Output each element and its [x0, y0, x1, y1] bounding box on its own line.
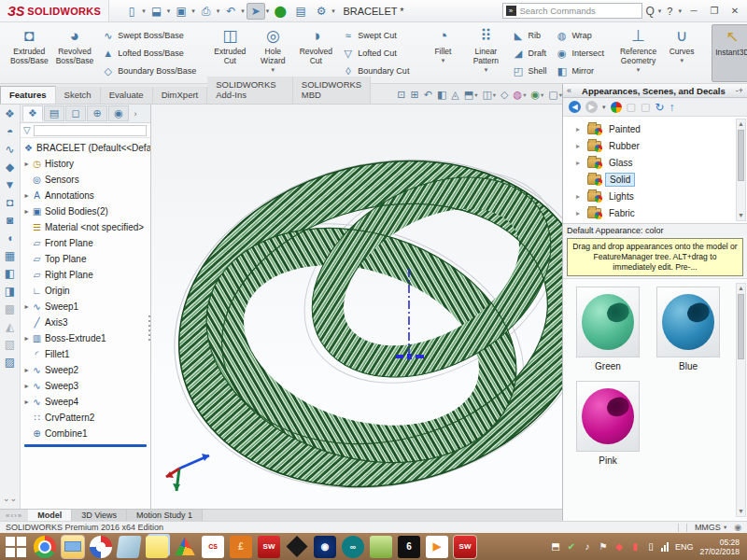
scroll-up-icon[interactable]: ▲ [737, 284, 745, 293]
toolbar-icon[interactable]: ◙ [7, 215, 13, 226]
network-tray-icon[interactable]: ⬒ [550, 541, 561, 552]
hole-wizard-button[interactable]: ◎ Hole Wizard ▾ [252, 24, 293, 82]
tree-item-top-plane[interactable]: ▱Top Plane [21, 251, 150, 267]
tab-dimxpert[interactable]: DimXpert [153, 87, 208, 104]
toolbar-overflow-chevron[interactable]: ⌄⌄ [3, 494, 17, 503]
section-view-icon[interactable]: ◧ [437, 89, 446, 101]
tree-item-sweep2[interactable]: ▸∿Sweep2 [21, 362, 150, 378]
clock[interactable]: 05:28 27/02/2018 [699, 538, 743, 556]
tray-app-icon[interactable]: ◆ [613, 541, 625, 552]
history-dropdown-icon[interactable]: ▾ [602, 104, 606, 111]
dynamic-annotation-icon[interactable]: ◬ [451, 89, 458, 101]
close-button[interactable]: ✕ [726, 4, 743, 19]
arduino-icon[interactable]: ∞ [342, 536, 364, 558]
toolbar-icon[interactable]: ◓ [7, 126, 13, 137]
expand-arrow-icon[interactable]: ▸ [576, 209, 584, 217]
swept-boss-base-button[interactable]: ∿ Swept Boss/Base [100, 28, 198, 43]
tree-item-sweep3[interactable]: ▸∿Sweep3 [21, 378, 150, 394]
volume-icon[interactable]: ♪ [582, 541, 593, 552]
chevron-down-icon[interactable]: ▾ [637, 66, 641, 74]
toolbar-icon[interactable]: ▩ [5, 303, 15, 315]
file-explorer-icon[interactable] [62, 536, 84, 558]
tree-item-origin[interactable]: ∟Origin [21, 283, 150, 299]
rhino6-icon[interactable]: 6 [398, 536, 420, 558]
tree-item-front-plane[interactable]: ▱Front Plane [21, 235, 150, 251]
lofted-cut-button[interactable]: ▽ Lofted Cut [340, 46, 411, 61]
appearance-category-rubber[interactable]: ▸Rubber [576, 137, 747, 154]
appearance-category-lights[interactable]: ▸Lights [576, 188, 747, 204]
chart-app-icon[interactable] [370, 536, 392, 558]
tree-item-axis3[interactable]: ╱Axis3 [21, 315, 150, 330]
toolbar-icon[interactable]: ◘ [7, 197, 13, 208]
rib-button[interactable]: ◣ Rib [510, 28, 548, 43]
print-button[interactable]: ⎙ [197, 3, 216, 20]
tree-item-root[interactable]: ❖ BRACELET (Default<<Default>_Display S [21, 140, 150, 156]
swept-cut-button[interactable]: ≈ Swept Cut [340, 28, 411, 43]
tab-solidworks-add-ins[interactable]: SOLIDWORKS Add-Ins [207, 77, 293, 104]
rebuild-button[interactable]: ⬤ [271, 3, 289, 20]
potplayer-icon[interactable]: ▶ [426, 536, 448, 558]
toolbar-icon[interactable]: ◭ [6, 321, 14, 332]
tree-item-history[interactable]: ▸◷History [21, 156, 150, 172]
swatch-pink-thumbnail[interactable] [576, 381, 640, 452]
instant3d-button[interactable]: ↖ Instant3D [712, 24, 747, 82]
tree-item-fillet1[interactable]: ◜Fillet1 [21, 346, 150, 362]
woven-mobius-bracelet-model[interactable] [151, 105, 562, 509]
battery-icon[interactable]: ▯ [645, 541, 656, 552]
chevron-down-icon[interactable]: ▾ [442, 57, 445, 64]
expand-arrow-icon[interactable]: ▸ [22, 382, 31, 390]
extruded-cut-button[interactable]: ◫ Extruded Cut [209, 24, 250, 82]
swatch-scrollbar[interactable]: ▲ ▼ [736, 283, 746, 517]
restore-button[interactable]: ❐ [706, 4, 723, 19]
chevron-down-icon[interactable]: ▾ [241, 7, 245, 15]
tree-item-crvpattern2[interactable]: ∷CrvPattern2 [21, 410, 150, 426]
up-folder-icon[interactable]: ↑ [669, 101, 674, 114]
tray-app-icon[interactable]: ▮ [629, 541, 641, 552]
expand-arrow-icon[interactable]: ▸ [22, 334, 31, 343]
expand-arrow-icon[interactable]: ▸ [22, 302, 31, 311]
expand-arrow-icon[interactable]: ▸ [576, 159, 584, 167]
toolbar-icon[interactable]: ▼ [5, 179, 16, 190]
tab-motion-study-1[interactable]: Motion Study 1 [127, 510, 203, 521]
options-gear-button[interactable]: ⚙ [312, 3, 331, 20]
undo-button[interactable]: ↶ [221, 3, 240, 20]
help-dropdown-icon[interactable]: ▾ [678, 7, 682, 15]
tree-filter-input[interactable] [34, 125, 147, 136]
mirror-app-icon[interactable] [116, 536, 141, 558]
action-center-flag-icon[interactable]: ⚑ [598, 541, 609, 552]
appearance-category-glass[interactable]: ▸Glass [576, 154, 747, 171]
toolbar-icon[interactable]: ◧ [5, 268, 15, 279]
pinwheel-app-icon[interactable] [90, 536, 112, 558]
media-player-icon[interactable]: ◉ [314, 536, 336, 558]
scroll-down-icon[interactable]: ▼ [737, 507, 745, 516]
tree-item-material[interactable]: ☰Material <not specified> [21, 219, 150, 235]
view-orientation-icon[interactable]: ⬒▾ [464, 89, 478, 101]
swatch-green-thumbnail[interactable] [576, 287, 640, 357]
lofted-boss-base-button[interactable]: ▲ Lofted Boss/Base [100, 46, 198, 61]
scrollbar-thumb[interactable] [738, 294, 744, 359]
property-manager-tab[interactable]: ▤ [44, 105, 64, 121]
back-button[interactable]: ◀ [569, 101, 581, 113]
appearance-category-fabric[interactable]: ▸Fabric [576, 204, 747, 221]
expand-arrow-icon[interactable]: ▸ [22, 160, 31, 168]
chevron-down-icon[interactable]: ▾ [331, 7, 335, 15]
view-settings-icon[interactable]: ▢▾ [548, 89, 562, 101]
extruded-boss-base-button[interactable]: ◘ Extruded Boss/Base [7, 24, 51, 82]
display-style-icon[interactable]: ◫▾ [482, 89, 496, 101]
chrome-icon[interactable] [34, 536, 56, 558]
tree-item-combine1[interactable]: ⊕Combine1 [21, 426, 150, 441]
swatch-green[interactable]: Green [574, 287, 641, 371]
boundary-boss-base-button[interactable]: ◇ Boundary Boss/Base [100, 63, 198, 78]
chevron-down-icon[interactable]: ▾ [680, 57, 684, 64]
pin-icon[interactable]: -+ [736, 86, 743, 95]
tab-features[interactable]: Features [0, 86, 56, 104]
chevron-down-icon[interactable]: ▾ [167, 7, 171, 15]
dimxpert-manager-tab[interactable]: ⊕ [87, 105, 107, 121]
scroll-up-icon[interactable]: ▲ [737, 119, 745, 129]
triangle-logo-app-icon[interactable] [174, 536, 196, 558]
tree-item-sensors[interactable]: ◎Sensors [21, 172, 150, 188]
solidworks-pinned-icon[interactable]: SW [258, 536, 280, 558]
search-dropdown-icon[interactable]: ▾ [658, 7, 662, 15]
tree-item-annotations[interactable]: ▸AAnnotations [21, 188, 150, 203]
shell-button[interactable]: ◰ Shell [510, 63, 548, 78]
